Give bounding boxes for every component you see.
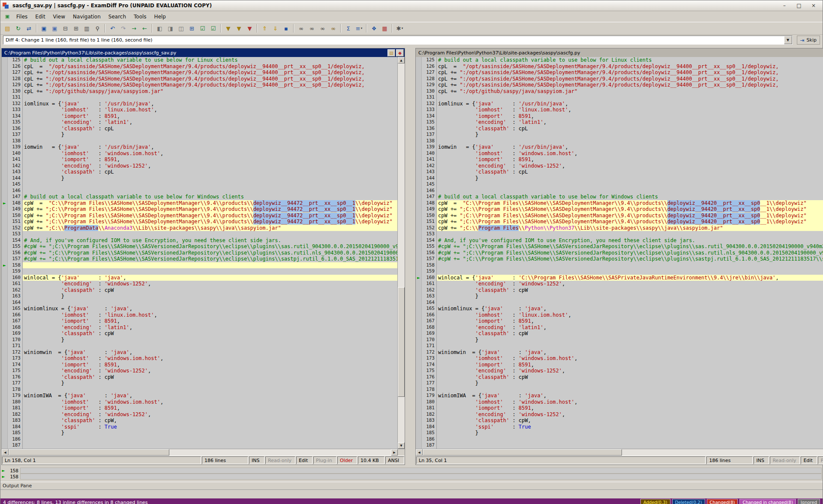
code-line[interactable]: iomwin = {'java' : '/usr/bin/java', — [437, 144, 823, 150]
menu-search[interactable]: Search — [105, 12, 130, 21]
swap-files-icon[interactable]: ⇄ — [24, 23, 34, 33]
right-hscroll-track[interactable] — [423, 449, 823, 456]
code-line[interactable]: 'iomport' : 8591, — [437, 405, 823, 411]
menu-help[interactable]: Help — [150, 12, 170, 21]
view-grid-icon[interactable]: ⊞ — [186, 23, 197, 33]
code-line[interactable]: } — [437, 430, 823, 436]
scroll-up-icon[interactable]: ▲ — [398, 57, 405, 63]
code-line[interactable]: 'iomhost' : 'windows.iom.host', — [23, 150, 397, 157]
code-line[interactable] — [23, 268, 397, 275]
copy-block-left-icon[interactable]: ← — [139, 23, 150, 33]
line-inspector-row-2[interactable]: ►158 — [1, 474, 822, 480]
scroll-left-icon[interactable]: ◀ — [416, 449, 423, 456]
code-line[interactable] — [23, 262, 397, 269]
code-line[interactable] — [23, 436, 397, 443]
left-hscroll-thumb[interactable] — [9, 449, 169, 456]
right-horizontal-scrollbar[interactable]: ◀ ▶ — [416, 449, 823, 456]
code-line[interactable]: # And, if you've configured IOM to use E… — [23, 237, 397, 244]
code-line[interactable] — [437, 231, 823, 237]
code-line[interactable]: cpL = "/opt/sasinside/SASHome/SASDeploym… — [437, 63, 823, 70]
code-line[interactable]: 'iomhost' : 'windows.iom.host', — [437, 355, 823, 362]
code-line[interactable]: 'classpath' : cpW — [23, 374, 397, 381]
show-identical-lines-icon[interactable]: ☑ — [197, 23, 208, 33]
code-line[interactable] — [23, 387, 397, 393]
find-next-diff-icon[interactable]: ∞ — [306, 23, 317, 33]
legend-badge[interactable]: Deleted(0,2) — [672, 499, 705, 504]
print-icon[interactable]: ⊟ — [60, 23, 71, 33]
highlight-colors-icon[interactable]: ▦ — [379, 23, 390, 33]
code-line[interactable]: winiomwin = {'java' : 'java', — [437, 349, 823, 356]
code-line[interactable]: cpW += ";C:\\Program Files\\SASHome\\SAS… — [437, 206, 823, 213]
code-line[interactable] — [437, 188, 823, 194]
view-first-file-icon[interactable]: ◧ — [154, 23, 165, 33]
code-line[interactable]: winlocal = {'java' : 'C:\\Program Files\… — [437, 275, 823, 281]
code-line[interactable]: 'iomport' : 8591, — [437, 113, 823, 120]
right-code-area[interactable]: # build out a local classpath variable t… — [437, 57, 823, 449]
code-line[interactable]: cpW += ";C:\\Program Files\\SASHome\\SAS… — [23, 206, 397, 213]
code-line[interactable]: } — [23, 293, 397, 300]
legend-badge[interactable]: Changed(8) — [707, 499, 738, 504]
left-pane-header[interactable]: C:\Program Files\Python\Python37\Lib\sit… — [2, 48, 405, 57]
code-line[interactable]: cpL += ":/opt/sasinside/SASHome/SASDeplo… — [23, 76, 397, 82]
code-line[interactable]: #cpW += ";C:\\Program Files\\SASHome\\SA… — [23, 256, 397, 262]
code-line[interactable] — [437, 268, 823, 275]
code-line[interactable]: cpL = "/opt/sasinside/SASHome/SASDeploym… — [23, 63, 397, 70]
code-line[interactable]: } — [437, 337, 823, 343]
code-line[interactable]: #cpW += ";C:\\Program Files\\SASHome\\SA… — [437, 250, 823, 256]
search-icon[interactable]: ⚲ — [92, 23, 103, 33]
code-line[interactable]: 'iomhost' : 'linux.iom.host', — [23, 312, 397, 318]
code-line[interactable]: 'iomhost' : 'windows.iom.host', — [23, 399, 397, 405]
code-line[interactable]: iomlinux = {'java' : '/usr/bin/java', — [23, 101, 397, 107]
code-line[interactable]: 'encoding' : 'windows-1252', — [437, 368, 823, 374]
menu-view[interactable]: View — [49, 12, 69, 21]
code-line[interactable] — [437, 94, 823, 101]
code-line[interactable]: 'iomport' : 8591, — [437, 362, 823, 368]
show-different-lines-icon[interactable]: ☑ — [208, 23, 219, 33]
code-line[interactable] — [23, 138, 397, 144]
code-line[interactable]: 'classpath' : cpL — [23, 169, 397, 175]
code-line[interactable]: cpW += ";C:\\Program Files\\SASHome\\SAS… — [23, 219, 397, 225]
code-line[interactable]: cpL += ":/opt/sasinside/SASHome/SASDeplo… — [437, 69, 823, 76]
code-line[interactable]: 'iomport' : 8591, — [23, 405, 397, 411]
left-code-area[interactable]: # build out a local classpath variable t… — [23, 57, 397, 449]
print-preview-icon[interactable]: ⊞ — [71, 23, 81, 33]
left-horizontal-scrollbar[interactable]: ◀ ▶ — [2, 449, 405, 456]
code-line[interactable]: 'classpath' : cpW, — [437, 417, 823, 424]
plugins-icon[interactable]: ❖ — [369, 23, 379, 33]
code-line[interactable] — [437, 387, 823, 393]
code-line[interactable]: # And, if you've configured IOM to use E… — [437, 237, 823, 244]
code-line[interactable]: 'iomport' : 8591, — [23, 362, 397, 368]
line-inspector-row-1[interactable]: ►158 — [1, 468, 822, 474]
right-pane-header[interactable]: C:\Program Files\Python\Python37\Lib\sit… — [416, 48, 823, 57]
code-line[interactable] — [23, 188, 397, 194]
diff-list-icon[interactable]: ≡▾ — [354, 23, 364, 33]
code-line[interactable]: } — [437, 380, 823, 387]
file-options-icon[interactable]: ◆ — [396, 49, 404, 57]
code-line[interactable]: } — [23, 430, 397, 436]
code-line[interactable]: 'encoding' : 'latin1', — [437, 324, 823, 331]
code-line[interactable]: 'classpath' : cpW — [23, 330, 397, 337]
code-line[interactable]: winiomlinux = {'java' : 'java', — [23, 306, 397, 312]
code-line[interactable]: winiomIWA = {'java' : 'java', — [23, 393, 397, 399]
redo-icon[interactable]: ↷ — [118, 23, 129, 33]
right-hscroll-thumb[interactable] — [423, 449, 622, 456]
previous-diff-icon[interactable]: ⇑ — [259, 23, 270, 33]
left-vertical-scrollbar[interactable]: ▲ ▼ — [397, 57, 405, 449]
code-line[interactable]: 'iomport' : 8591, — [23, 156, 397, 163]
code-line[interactable]: winiomIWA = {'java' : 'java', — [437, 393, 823, 399]
code-line[interactable]: 'iomport' : 8591, — [437, 156, 823, 163]
code-line[interactable]: 'classpath' : cpW — [437, 287, 823, 294]
code-line[interactable]: } — [23, 337, 397, 343]
current-diff-icon[interactable]: ▪ — [281, 23, 291, 33]
code-line[interactable]: 'classpath' : cpL — [437, 169, 823, 175]
code-line[interactable]: 'encoding' : 'windows-1252', — [23, 281, 397, 287]
code-line[interactable]: cpL += ":/opt/sasinside/SASHome/SASDeplo… — [437, 76, 823, 82]
code-line[interactable]: 'sspi' : True — [437, 424, 823, 430]
code-line[interactable]: cpW += ";C:\\Program Files\\SASHome\\SAS… — [23, 213, 397, 219]
legend-badge[interactable]: Changed in changed(8) — [739, 499, 796, 504]
code-line[interactable]: winiomlinux = {'java' : 'java', — [437, 306, 823, 312]
code-line[interactable]: 'iomhost' : 'windows.iom.host', — [23, 355, 397, 362]
skip-button[interactable]: ⇥ Skip — [797, 36, 820, 45]
code-line[interactable]: 'classpath' : cpW — [23, 287, 397, 294]
code-line[interactable]: 'classpath' : cpL — [23, 126, 397, 132]
